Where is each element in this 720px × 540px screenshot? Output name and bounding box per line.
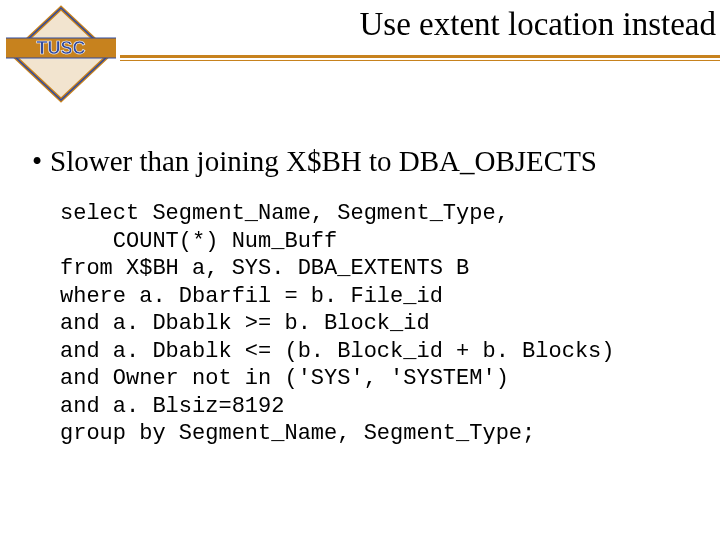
code-line: where a. Dbarfil = b. File_id <box>60 284 443 309</box>
code-block: select Segment_Name, Segment_Type, COUNT… <box>60 200 615 448</box>
code-line: COUNT(*) Num_Buff <box>60 229 337 254</box>
code-line: and Owner not in ('SYS', 'SYSTEM') <box>60 366 509 391</box>
bullet-marker: • <box>32 145 50 178</box>
code-line: and a. Dbablk >= b. Block_id <box>60 311 430 336</box>
bullet-text: Slower than joining X$BH to DBA_OBJECTS <box>50 145 597 177</box>
code-line: and a. Blsiz=8192 <box>60 394 284 419</box>
title-divider <box>120 55 720 58</box>
slide: TUSC Use extent location instead •Slower… <box>0 0 720 540</box>
code-line: group by Segment_Name, Segment_Type; <box>60 421 535 446</box>
code-line: select Segment_Name, Segment_Type, <box>60 201 509 226</box>
tusc-logo-text: TUSC <box>37 38 86 58</box>
bullet-item: •Slower than joining X$BH to DBA_OBJECTS <box>32 145 597 178</box>
slide-title: Use extent location instead <box>300 6 716 43</box>
code-line: and a. Dbablk <= (b. Block_id + b. Block… <box>60 339 615 364</box>
tusc-logo: TUSC <box>6 4 116 104</box>
tusc-logo-svg: TUSC <box>6 4 116 104</box>
title-divider-thin <box>120 60 720 61</box>
code-line: from X$BH a, SYS. DBA_EXTENTS B <box>60 256 469 281</box>
